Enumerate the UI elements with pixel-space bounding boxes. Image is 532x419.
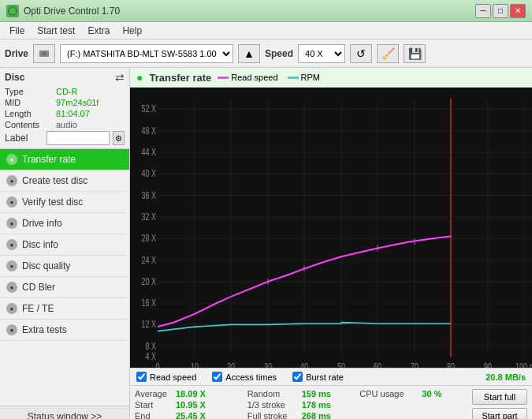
disc-length-value: 81:04.07: [56, 109, 90, 118]
nav-item-create-test-disc[interactable]: ● Create test disc: [0, 170, 129, 192]
drive-select[interactable]: (F:) MATSHITA BD-MLT SW-5583 1.00: [60, 44, 233, 63]
svg-text:90: 90: [484, 361, 492, 368]
left-panel: Disc ⇄ Type CD-R MID 97m24s01f Length 81…: [0, 68, 130, 419]
nav-label-transfer-rate: Transfer rate: [22, 154, 76, 165]
svg-text:48 X: 48 X: [141, 125, 156, 136]
read-speed-checkbox-label[interactable]: Read speed: [136, 372, 196, 382]
nav-label-cd-bler: CD Bler: [22, 282, 55, 293]
nav-icon-cd-bler: ●: [6, 282, 17, 293]
access-times-checkbox[interactable]: [212, 372, 222, 382]
disc-label-label: Label: [5, 133, 43, 144]
nav-item-extra-tests[interactable]: ● Extra tests: [0, 320, 129, 341]
nav-icon-create-test-disc: ●: [6, 175, 17, 186]
svg-point-3: [43, 53, 45, 54]
speed-select[interactable]: 40 X: [298, 44, 345, 63]
svg-text:52 X: 52 X: [141, 103, 156, 114]
start-label: Start: [135, 400, 173, 410]
svg-text:20 X: 20 X: [141, 275, 156, 286]
disc-label-btn[interactable]: ⚙: [113, 131, 125, 145]
svg-text:70: 70: [411, 361, 419, 368]
menu-help[interactable]: Help: [116, 24, 148, 38]
svg-text:8 X: 8 X: [145, 340, 156, 351]
burst-rate-checkbox[interactable]: [292, 372, 303, 382]
save-button[interactable]: 💾: [404, 44, 426, 63]
svg-text:4 X: 4 X: [145, 351, 156, 362]
close-button[interactable]: ✕: [510, 4, 526, 18]
full-stroke-label: Full stroke: [247, 411, 299, 419]
svg-text:100 min: 100 min: [515, 361, 532, 368]
clear-button[interactable]: 🧹: [377, 44, 399, 63]
end-value: 25.45 X: [176, 411, 210, 419]
svg-text:80: 80: [447, 361, 455, 368]
start-part-button[interactable]: Start part: [472, 408, 527, 419]
svg-text:20: 20: [227, 361, 235, 368]
stats-group-1: Average 18.09 X Start 10.95 X End 25.45 …: [135, 389, 241, 419]
menu-bar: File Start test Extra Help: [0, 22, 532, 39]
burst-rate-checkbox-label[interactable]: Burst rate: [292, 372, 344, 382]
chart-controls: Read speed Access times Burst rate 20.8 …: [130, 368, 532, 386]
nav-label-fe-te: FE / TE: [22, 303, 54, 314]
app-icon: [6, 5, 19, 17]
disc-label-input[interactable]: [47, 131, 110, 145]
disc-mid-label: MID: [5, 98, 56, 107]
nav-item-verify-test-disc[interactable]: ● Verify test disc: [0, 192, 129, 213]
nav-label-verify-test-disc: Verify test disc: [22, 196, 83, 208]
disc-length-label: Length: [5, 109, 56, 118]
menu-file[interactable]: File: [3, 24, 31, 38]
nav-label-disc-info: Disc info: [22, 239, 58, 250]
nav-item-drive-info[interactable]: ● Drive info: [0, 213, 129, 234]
read-speed-checkbox[interactable]: [136, 372, 147, 382]
nav-label-create-test-disc: Create test disc: [22, 175, 87, 186]
cpu-value: 30 %: [422, 389, 449, 398]
disc-contents-label: Contents: [5, 120, 56, 129]
svg-text:16 X: 16 X: [141, 297, 156, 309]
nav-icon-disc-quality: ●: [6, 260, 17, 271]
svg-rect-4: [130, 88, 532, 368]
chart-title: Transfer rate: [149, 72, 211, 84]
status-window-button[interactable]: Status window >>: [0, 406, 129, 419]
nav-item-disc-quality[interactable]: ● Disc quality: [0, 256, 129, 277]
legend-color-rpm: [288, 77, 299, 79]
nav-label-disc-quality: Disc quality: [22, 260, 70, 271]
access-times-checkbox-label[interactable]: Access times: [212, 372, 277, 382]
svg-point-0: [9, 7, 17, 15]
start-full-button[interactable]: Start full: [472, 389, 527, 405]
minimize-button[interactable]: ─: [475, 4, 491, 18]
disc-arrow-icon[interactable]: ⇄: [115, 71, 125, 84]
disc-title: Disc: [5, 72, 24, 83]
average-label: Average: [135, 389, 173, 398]
burst-rate-value: 20.8 MB/s: [485, 372, 526, 382]
end-label: End: [135, 411, 173, 419]
menu-start-test[interactable]: Start test: [31, 24, 81, 38]
nav-item-cd-bler[interactable]: ● CD Bler: [0, 277, 129, 298]
maximize-button[interactable]: □: [493, 4, 508, 18]
nav-item-disc-info[interactable]: ● Disc info: [0, 234, 129, 256]
stats-group-2: Random 159 ms 1/3 stroke 178 ms Full str…: [247, 389, 354, 419]
svg-text:44 X: 44 X: [141, 147, 156, 158]
chart-area: 52 X 48 X 44 X 40 X 36 X 32 X 28 X 24 X …: [130, 88, 532, 368]
speed-label: Speed: [265, 48, 293, 59]
random-value: 159 ms: [302, 389, 333, 398]
menu-extra[interactable]: Extra: [81, 24, 116, 38]
average-value: 18.09 X: [176, 389, 210, 398]
drive-label: Drive: [5, 48, 28, 59]
stats-col-2: Random 159 ms 1/3 stroke 178 ms Full str…: [247, 389, 354, 419]
svg-text:28 X: 28 X: [141, 233, 156, 244]
chart-legend: Read speed RPM: [218, 73, 320, 82]
svg-text:0: 0: [155, 361, 159, 368]
right-content: ● Transfer rate Read speed RPM: [130, 68, 532, 419]
svg-text:12 X: 12 X: [141, 319, 156, 330]
nav-item-transfer-rate[interactable]: ● Transfer rate: [0, 149, 129, 170]
btn-col: Start full Start part: [472, 389, 527, 419]
stats-col-3: CPU usage 30 %: [359, 389, 466, 419]
stroke-value: 178 ms: [302, 400, 333, 410]
eject-button[interactable]: ▲: [238, 44, 260, 63]
toolbar: Drive (F:) MATSHITA BD-MLT SW-5583 1.00 …: [0, 39, 532, 68]
svg-text:30: 30: [264, 361, 272, 368]
disc-section: Disc ⇄ Type CD-R MID 97m24s01f Length 81…: [0, 68, 129, 149]
refresh-button[interactable]: ↺: [350, 44, 372, 63]
svg-text:36 X: 36 X: [141, 189, 156, 200]
drive-icon-btn[interactable]: [33, 44, 55, 63]
nav-section: ● Transfer rate ● Create test disc ● Ver…: [0, 149, 129, 406]
nav-item-fe-te[interactable]: ● FE / TE: [0, 298, 129, 320]
